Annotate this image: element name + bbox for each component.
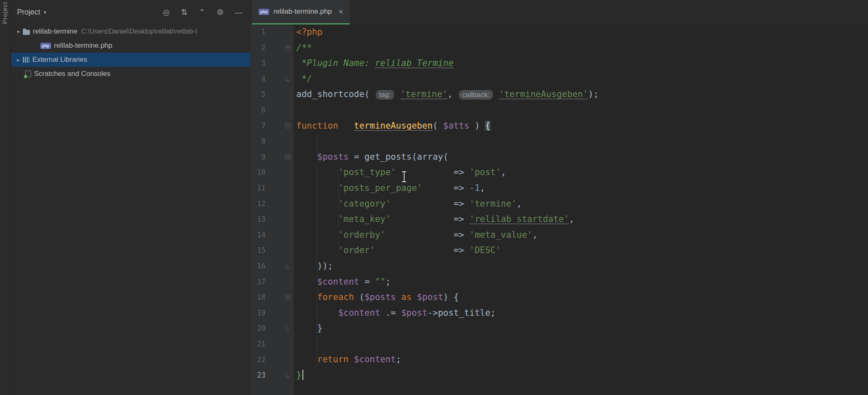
code-line[interactable]: foreach ($posts as $post) {: [296, 290, 868, 305]
code-token: $post: [417, 292, 443, 302]
code-token: (: [433, 121, 443, 131]
project-stripe-button[interactable]: Project: [1, 2, 8, 24]
code-line[interactable]: $posts = get_posts(array(: [296, 149, 868, 165]
code-line[interactable]: function termineAusgeben( $atts ) {: [296, 118, 868, 134]
code-line[interactable]: return $content;: [296, 352, 868, 368]
code-token: 'termine': [400, 89, 448, 99]
code-line[interactable]: /**: [296, 40, 868, 56]
code-token: = get_posts(array(: [349, 152, 448, 162]
chevron-expanded-icon[interactable]: ▾: [14, 29, 23, 35]
settings-gear-icon[interactable]: ⚙: [217, 8, 224, 16]
code-line[interactable]: [296, 336, 868, 352]
code-token: (: [354, 292, 364, 302]
code-token: $content: [338, 308, 380, 318]
tree-item-label: External Libraries: [32, 56, 87, 64]
code-token: [412, 292, 417, 302]
code-token: [296, 167, 338, 177]
project-tree: ▾relilab-termineC:\Users\Daniel\Desktop\…: [11, 24, 250, 81]
tree-item-label: relilab-termine.php: [54, 41, 112, 50]
code-token: $atts: [443, 121, 469, 131]
tool-window-stripe: Project: [0, 0, 11, 395]
code-token: =>: [391, 199, 470, 209]
code-token: =>: [422, 183, 469, 193]
code-token: ,: [569, 214, 574, 224]
collapse-all-icon[interactable]: ⌃: [199, 8, 205, 16]
code-token: as: [401, 292, 412, 302]
code-line[interactable]: [296, 102, 868, 118]
project-view-selector[interactable]: Project ▾: [17, 8, 46, 17]
code-line[interactable]: ));: [296, 258, 868, 274]
code-token: add_shortcode(: [296, 89, 375, 99]
code-token: 'orderby': [338, 230, 385, 240]
code-token: -1: [469, 183, 480, 193]
code-token: }: [296, 323, 322, 333]
code-token: [296, 199, 338, 209]
code-line[interactable]: *Plugin Name: relilab Termine: [296, 56, 868, 71]
code-token: .=: [380, 308, 401, 318]
code-token: $content: [317, 277, 359, 287]
code-token: =>: [375, 245, 470, 255]
code-token: $post: [401, 308, 427, 318]
code-token: [296, 214, 338, 224]
locate-file-icon[interactable]: ◎: [163, 8, 170, 16]
code-token: termineAusgeben: [354, 121, 433, 131]
code-token: 'order': [338, 245, 375, 255]
ide-window: Project Project ▾ ◎⇅⌃⚙— ▾relilab-termine…: [0, 0, 868, 395]
php-file-icon: php: [40, 43, 51, 49]
chevron-collapsed-icon[interactable]: ▸: [14, 57, 23, 63]
code-line[interactable]: 'posts_per_page' => -1,: [296, 180, 868, 196]
code-token: 'post': [469, 167, 501, 177]
hide-panel-icon[interactable]: —: [235, 8, 243, 16]
code-token: 'relilab_startdate': [469, 214, 569, 224]
code-token: [296, 308, 338, 318]
code-token: [296, 183, 338, 193]
sort-icon[interactable]: ⇅: [181, 8, 188, 16]
code-token: ): [469, 121, 485, 131]
code-line[interactable]: 'category' => 'termine',: [296, 196, 868, 212]
code-token: ,: [517, 199, 522, 209]
tree-item-scratches[interactable]: Scratches and Consoles: [11, 67, 250, 81]
code-token: [349, 354, 354, 364]
tree-item-php-file[interactable]: phprelilab-termine.php: [11, 39, 250, 53]
code-line[interactable]: $content .= $post->post_title;: [296, 305, 868, 321]
code-token: [296, 230, 338, 240]
code-line[interactable]: }: [296, 321, 868, 336]
code-token: [296, 277, 317, 287]
code-token: return: [317, 354, 349, 364]
tree-item-root-folder[interactable]: ▾relilab-termineC:\Users\Daniel\Desktop\…: [11, 24, 250, 39]
parameter-hint: tag:: [376, 90, 394, 100]
code-line[interactable]: add_shortcode( tag: 'termine', callback:…: [296, 87, 868, 102]
tab-relilab-termine-php[interactable]: php relilab-termine.php ×: [252, 0, 350, 24]
code-token: [296, 245, 338, 255]
code-line[interactable]: $content = "";: [296, 274, 868, 290]
project-panel: Project ▾ ◎⇅⌃⚙— ▾relilab-termineC:\Users…: [11, 0, 251, 395]
code-line[interactable]: [296, 134, 868, 149]
code-token: [296, 354, 317, 364]
code-lines: <?php/** *Plugin Name: relilab Termine *…: [250, 24, 868, 383]
code-token: relilab Termine: [375, 58, 454, 68]
code-line[interactable]: }: [296, 368, 868, 383]
tab-close-icon[interactable]: ×: [339, 7, 344, 17]
code-token: foreach: [317, 292, 354, 302]
code-token: 'posts_per_page': [338, 183, 422, 193]
code-line[interactable]: 'meta_key' => 'relilab_startdate',: [296, 212, 868, 227]
code-line[interactable]: 'post_type' => 'post',: [296, 165, 868, 180]
code-token: );: [588, 89, 599, 99]
code-token: ;: [385, 277, 391, 287]
code-line[interactable]: 'orderby' => 'meta_value',: [296, 227, 868, 243]
code-line[interactable]: 'order' => 'DESC': [296, 243, 868, 258]
code-line[interactable]: <?php: [296, 24, 868, 40]
code-token: ->post_title;: [427, 308, 495, 318]
library-icon: [23, 57, 29, 63]
php-file-icon: php: [258, 9, 269, 15]
tab-label: relilab-termine.php: [273, 7, 332, 16]
tree-item-external-libraries[interactable]: ▸External Libraries: [11, 53, 250, 67]
tree-item-label: Scratches and Consoles: [34, 70, 110, 78]
code-token: ,: [532, 230, 538, 240]
code-token: 'termineAusgeben': [499, 89, 588, 99]
tree-item-path: C:\Users\Daniel\Desktop\relilab\relilab-…: [81, 28, 197, 35]
code-line[interactable]: */: [296, 71, 868, 87]
code-token: =>: [396, 167, 469, 177]
code-token: [296, 292, 317, 302]
code-editor[interactable]: 12−34567−89−101112131415161718−192021222…: [250, 24, 868, 395]
